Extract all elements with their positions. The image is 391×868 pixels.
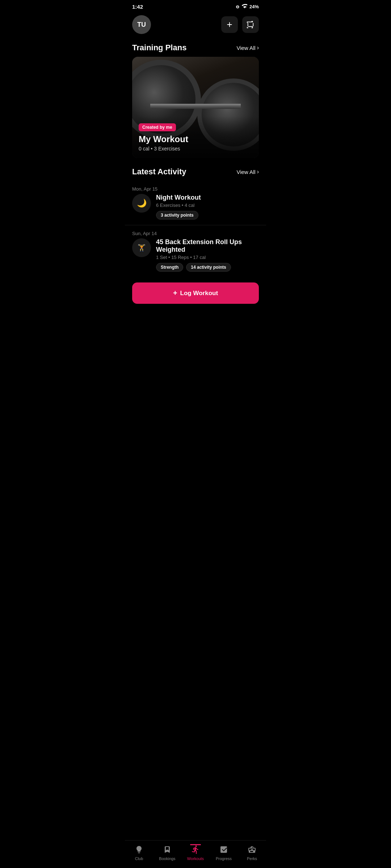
activity-item[interactable]: Mon, Apr 15 🌙 Night Workout 6 Exercises … [125, 181, 266, 225]
activity-tags: Strength 14 activity points [156, 263, 259, 272]
bottom-nav: Club Bookings Workouts Progress [125, 840, 266, 868]
content-area: Training Plans View All › Created by me … [125, 39, 266, 347]
activity-details: 45 Back Extension Roll Ups Weighted 1 Se… [156, 238, 259, 272]
latest-activity-section: Latest Activity View All › Mon, Apr 15 🌙… [125, 162, 266, 277]
club-icon [134, 844, 144, 855]
battery-icon: 24% [249, 4, 259, 9]
do-not-disturb-icon: ⊖ [236, 4, 239, 9]
activity-points-tag: 3 activity points [156, 211, 198, 220]
activity-row: 🌙 Night Workout 6 Exercises • 4 cal 3 ac… [132, 194, 259, 220]
nav-item-bookings[interactable]: Bookings [153, 844, 181, 861]
nav-actions [221, 16, 259, 33]
log-workout-button[interactable]: + Log Workout [132, 282, 259, 304]
activity-date: Sun, Apr 14 [132, 231, 259, 236]
training-plans-title: Training Plans [132, 43, 186, 52]
created-badge: Created by me [139, 123, 176, 131]
active-indicator [190, 844, 201, 845]
training-plan-card[interactable]: Created by me My Workout 0 cal • 3 Exerc… [132, 57, 259, 158]
club-label: Club [135, 856, 143, 861]
latest-activity-view-all[interactable]: View All › [236, 169, 259, 175]
activity-name: Night Workout [156, 194, 259, 201]
nav-item-workouts[interactable]: Workouts [181, 844, 210, 861]
perks-label: Perks [247, 856, 257, 861]
status-icons: ⊖ 24% [236, 4, 259, 9]
activity-icon-moon: 🌙 [132, 194, 151, 213]
top-nav: TU [125, 12, 266, 39]
card-meta: 0 cal • 3 Exercises [139, 146, 252, 152]
workouts-icon [190, 844, 201, 855]
scan-button[interactable] [242, 16, 259, 33]
card-overlay: Created by me My Workout 0 cal • 3 Exerc… [132, 116, 259, 158]
nav-item-club[interactable]: Club [125, 844, 153, 861]
activity-icon-strength: 🏋️ [132, 238, 151, 257]
add-button[interactable] [221, 16, 238, 33]
training-plans-header: Training Plans View All › [125, 39, 266, 57]
perks-icon [247, 844, 257, 855]
strength-tag: Strength [156, 263, 183, 272]
bookings-icon [162, 844, 173, 855]
activity-details: Night Workout 6 Exercises • 4 cal 3 acti… [156, 194, 259, 220]
progress-icon [218, 844, 229, 855]
chevron-right-icon: › [257, 44, 259, 51]
nav-item-progress[interactable]: Progress [210, 844, 238, 861]
activity-name: 45 Back Extension Roll Ups Weighted [156, 238, 259, 254]
chevron-right-icon: › [257, 169, 259, 175]
status-bar: 1:42 ⊖ 24% [125, 0, 266, 12]
activity-item[interactable]: Sun, Apr 14 🏋️ 45 Back Extension Roll Up… [125, 225, 266, 277]
status-time: 1:42 [132, 4, 143, 10]
workouts-label: Workouts [187, 856, 204, 861]
activity-points-tag: 14 activity points [186, 263, 231, 272]
training-card-container: Created by me My Workout 0 cal • 3 Exerc… [125, 57, 266, 158]
activity-row: 🏋️ 45 Back Extension Roll Ups Weighted 1… [132, 238, 259, 272]
training-plans-view-all[interactable]: View All › [236, 44, 259, 51]
latest-activity-title: Latest Activity [132, 167, 186, 176]
plus-icon: + [173, 289, 177, 297]
activity-date: Mon, Apr 15 [132, 186, 259, 192]
bookings-label: Bookings [159, 856, 175, 861]
activity-sub: 1 Set • 15 Reps • 17 cal [156, 255, 259, 260]
latest-activity-header: Latest Activity View All › [125, 163, 266, 181]
avatar[interactable]: TU [132, 15, 151, 34]
nav-item-perks[interactable]: Perks [238, 844, 266, 861]
log-workout-container: + Log Workout [125, 277, 266, 311]
card-title: My Workout [139, 134, 252, 144]
barbell-bar [150, 104, 241, 109]
wifi-icon [241, 4, 247, 9]
progress-label: Progress [216, 856, 232, 861]
activity-tags: 3 activity points [156, 211, 259, 220]
activity-sub: 6 Exercises • 4 cal [156, 203, 259, 208]
